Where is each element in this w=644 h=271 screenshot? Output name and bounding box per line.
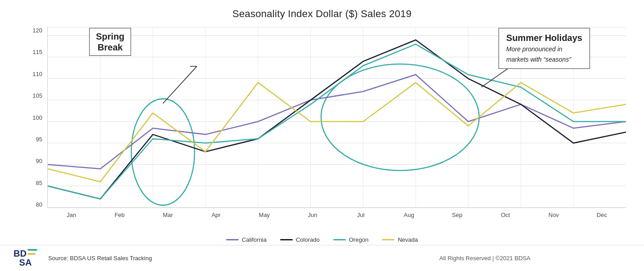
legend-colorado: Colorado (280, 236, 320, 243)
page-container: Seasonality Index Dollar ($) Sales 2019 … (0, 0, 644, 271)
y-label-85: 85 (36, 180, 42, 186)
footer-copyright: All Rights Reserved | ©2021 BDSA (339, 255, 630, 262)
y-axis: 120 115 110 105 100 95 90 85 80 (27, 27, 45, 208)
summer-title: Summer Holidays (506, 32, 582, 44)
chart-area: 120 115 110 105 100 95 90 85 80 (27, 27, 626, 226)
logo-lines (27, 249, 37, 255)
legend-colorado-label: Colorado (296, 236, 320, 243)
footer: BD SA Source: BDSA US Retail Sales Track… (0, 245, 644, 271)
y-label-120: 120 (32, 27, 42, 34)
x-label-mar: Mar (144, 208, 192, 226)
x-label-nov: Nov (530, 208, 578, 226)
legend-colorado-line (280, 239, 293, 240)
y-label-110: 110 (32, 71, 42, 77)
y-label-115: 115 (32, 49, 42, 55)
x-label-jan: Jan (47, 208, 95, 226)
x-label-oct: Oct (481, 208, 530, 226)
legend-california-label: California (242, 236, 267, 243)
x-label-may: May (240, 208, 288, 226)
legend-oregon: Oregon (333, 236, 368, 243)
x-label-feb: Feb (95, 208, 144, 226)
legend-nevada-label: Nevada (398, 236, 418, 243)
logo-sa: SA (19, 257, 32, 267)
summer-holidays-annotation: Summer Holidays More pronounced inmarket… (499, 28, 590, 69)
x-label-jun: Jun (288, 208, 336, 226)
footer-source: Source: BDSA US Retail Sales Tracking (48, 255, 340, 262)
chart-title: Seasonality Index Dollar ($) Sales 2019 (0, 0, 644, 20)
legend-oregon-line (333, 239, 346, 240)
x-label-jul: Jul (336, 208, 385, 226)
y-label-105: 105 (32, 92, 42, 99)
x-label-apr: Apr (192, 208, 240, 226)
y-label-95: 95 (36, 136, 42, 143)
x-axis: Jan Feb Mar Apr May Jun Jul Aug Sep Oct … (47, 208, 626, 226)
legend-nevada: Nevada (382, 236, 418, 243)
legend-nevada-line (382, 239, 395, 240)
x-label-sep: Sep (433, 208, 481, 226)
chart-legend: California Colorado Oregon Nevada (0, 236, 644, 243)
y-label-90: 90 (36, 158, 42, 164)
svg-line-22 (163, 66, 197, 103)
x-label-aug: Aug (385, 208, 433, 226)
legend-oregon-label: Oregon (349, 236, 368, 243)
logo-bd: BD (14, 249, 27, 258)
footer-logo: BD SA (14, 249, 37, 267)
legend-california: California (226, 236, 267, 243)
spring-break-annotation: SpringBreak (89, 28, 131, 56)
summer-subtitle: More pronounced inmarkets with “seasons” (506, 45, 571, 63)
y-label-100: 100 (32, 114, 42, 121)
legend-california-line (226, 239, 239, 240)
y-label-80: 80 (36, 201, 42, 208)
x-label-dec: Dec (578, 208, 626, 226)
